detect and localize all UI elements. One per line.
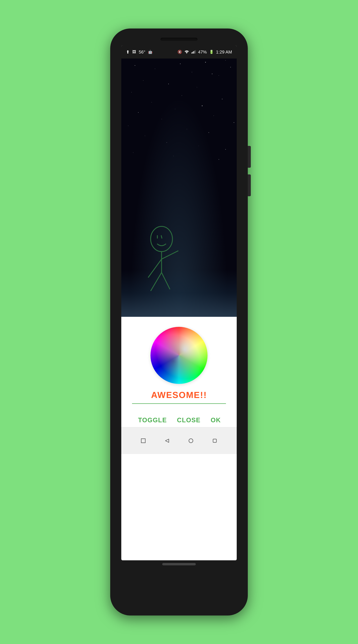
svg-rect-12	[141, 439, 145, 443]
stick-figure-drawing	[142, 226, 195, 297]
svg-line-8	[148, 259, 162, 278]
battery-percent: 47%	[198, 50, 207, 55]
phone-device: ⬆ 🖼 56° 🤖 🔇	[110, 28, 248, 616]
svg-rect-15	[213, 439, 216, 442]
svg-rect-2	[192, 52, 193, 54]
image-icon: 🖼	[132, 50, 136, 54]
usb-icon: ⬆	[126, 50, 130, 55]
power-button[interactable]	[248, 174, 251, 196]
svg-rect-4	[194, 50, 195, 54]
close-button[interactable]: CLOSE	[172, 413, 206, 427]
svg-line-9	[162, 251, 178, 259]
status-left: ⬆ 🖼 56° 🤖	[126, 50, 152, 55]
back-icon[interactable]	[163, 436, 172, 445]
divider	[132, 403, 226, 404]
home-icon[interactable]	[186, 436, 195, 445]
svg-point-0	[186, 53, 187, 54]
debug-icon: 🤖	[148, 50, 152, 54]
svg-point-6	[151, 226, 172, 252]
svg-marker-13	[166, 439, 169, 442]
toggle-button[interactable]: TOGGLE	[133, 413, 172, 427]
svg-rect-3	[194, 51, 194, 54]
temperature-display: 56°	[139, 50, 145, 55]
battery-icon: 🔋	[209, 50, 214, 54]
stop-icon[interactable]	[139, 436, 148, 445]
ok-button[interactable]: OK	[206, 413, 226, 427]
color-picker-panel: AWESOME!! TOGGLE CLOSE OK	[121, 317, 237, 427]
drawing-canvas[interactable]	[121, 58, 237, 317]
nav-bar	[121, 427, 237, 454]
awesome-label: AWESOME!!	[151, 390, 207, 400]
svg-line-10	[151, 272, 162, 291]
color-wheel-shadow	[150, 327, 208, 384]
signal-icon	[192, 50, 196, 55]
mute-icon: 🔇	[178, 50, 182, 54]
volume-button[interactable]	[248, 146, 251, 168]
screen: ⬆ 🖼 56° 🤖 🔇	[121, 46, 237, 560]
svg-rect-5	[196, 50, 196, 54]
speaker-slot	[160, 38, 198, 41]
color-wheel[interactable]	[150, 327, 208, 384]
svg-point-14	[189, 439, 193, 443]
status-right: 🔇	[178, 50, 232, 55]
action-buttons-row: TOGGLE CLOSE OK	[128, 413, 230, 427]
wifi-icon	[184, 50, 189, 55]
status-bar: ⬆ 🖼 56° 🤖 🔇	[121, 46, 237, 58]
recents-icon[interactable]	[210, 436, 219, 445]
clock: 1:29 AM	[216, 50, 232, 55]
bottom-bar	[162, 563, 196, 565]
svg-line-11	[162, 272, 170, 289]
svg-rect-1	[192, 52, 192, 54]
